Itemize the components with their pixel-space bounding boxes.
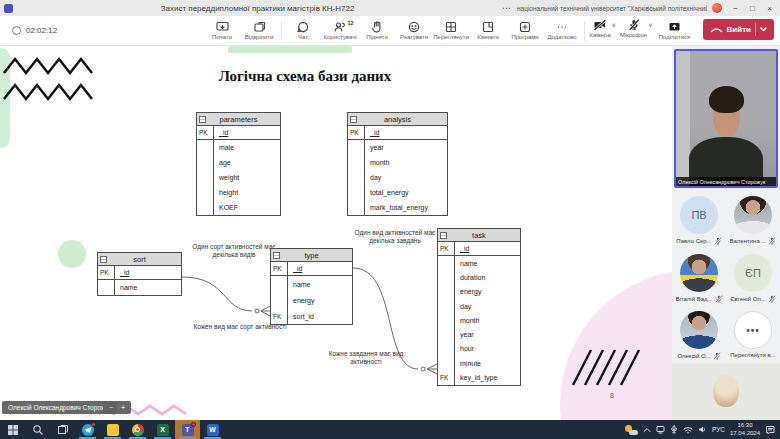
share-button[interactable]: Поділитися — [655, 19, 695, 42]
er-field-name: day — [365, 174, 381, 181]
view-grid-icon — [445, 21, 457, 33]
language-indicator[interactable]: РУС — [712, 426, 725, 433]
er-field-name: male — [214, 144, 234, 151]
volume-icon[interactable] — [698, 425, 707, 434]
er-key-cell: PK — [197, 126, 214, 139]
tray-mic-icon[interactable] — [670, 425, 678, 434]
er-field-name: name — [288, 281, 311, 288]
taskbar-app-word[interactable]: W — [200, 420, 225, 439]
more-button[interactable]: Додатково — [544, 19, 581, 42]
er-field-name: energy — [288, 297, 314, 304]
er-key-cell — [438, 313, 455, 327]
er-field-name: month — [455, 317, 479, 324]
camera-button[interactable]: Камера ∨ — [588, 19, 618, 38]
er-key-cell — [348, 200, 365, 215]
screen-share-start-icon — [216, 21, 229, 33]
er-field-row: year — [348, 140, 447, 155]
er-key-cell: PK — [438, 242, 455, 255]
titlebar-more-button[interactable]: ⋯ — [502, 3, 512, 13]
weather-icon[interactable] — [624, 424, 638, 436]
sticky-notes-icon — [107, 424, 119, 436]
avatar-initials: ЄП — [734, 254, 772, 292]
taskbar-app-chrome[interactable] — [125, 420, 150, 439]
system-tray: РУС 16:30 17.04.2024 — [624, 420, 780, 439]
er-field-name: height — [214, 189, 238, 196]
apps-button[interactable]: Програми — [507, 19, 544, 42]
rooms-button[interactable]: Кімнати — [470, 19, 507, 42]
participant-tile[interactable]: Валентина ... — [726, 196, 780, 254]
rooms-icon — [482, 21, 494, 33]
timer-value: 02:02:12 — [26, 26, 57, 35]
participant-tile[interactable]: ЄПЄвгеній Ол... — [726, 254, 780, 312]
taskbar-app-teams[interactable]: T — [175, 420, 200, 439]
er-key-cell — [197, 155, 214, 170]
mic-muted-icon — [714, 237, 722, 245]
er-field-name: day — [455, 303, 471, 310]
network-icon[interactable] — [683, 426, 693, 434]
mic-muted-icon — [768, 237, 776, 245]
face — [713, 375, 739, 407]
er-key-cell — [438, 285, 455, 299]
microphone-button[interactable]: Мікрофон ∨ — [618, 19, 655, 38]
presenter-name-pill: Олексій Олександрович Сторожук — [2, 401, 117, 414]
taskbar-app-start[interactable] — [0, 420, 25, 439]
avatar-initials: ПВ — [680, 196, 718, 234]
active-speaker-video[interactable]: Олексій Олександрович Сторожук — [674, 49, 778, 188]
leave-button[interactable]: Вийти — [703, 19, 774, 40]
view-button[interactable]: Переглянути — [433, 19, 470, 42]
org-name-label: національний технічний університет "Харк… — [517, 5, 707, 12]
account-avatar[interactable] — [712, 3, 722, 13]
er-field-row: PK_id — [197, 126, 280, 140]
er-key-cell — [348, 155, 365, 170]
unpin-button[interactable]: Відкріпити — [241, 19, 278, 42]
view-more-tile[interactable]: •••Переглянути в... — [726, 311, 780, 369]
zoom-in-button[interactable]: + — [121, 403, 126, 412]
participants-icon — [334, 21, 346, 33]
notification-center-icon[interactable] — [765, 424, 776, 435]
table-icon — [273, 252, 280, 259]
zoom-out-button[interactable]: − — [109, 403, 114, 412]
er-field-row: day — [348, 170, 447, 185]
er-field-row: name — [98, 280, 181, 295]
er-table-analysis: analysisPK_idyearmonthdaytotal_energymar… — [347, 112, 448, 216]
participant-tile[interactable]: Олексій О... — [672, 311, 726, 369]
taskbar-app-telegram[interactable] — [75, 420, 100, 439]
participants-grid: ПВПавло Сер...Валентина ...Віталій Вад..… — [672, 196, 780, 369]
meeting-toolbar: 02:02:12 Почати Відкріпити Чат 12 Корист… — [0, 16, 780, 46]
start-button[interactable]: Почати — [204, 19, 241, 42]
taskbar-app-notes[interactable] — [100, 420, 125, 439]
raise-hand-button[interactable]: Підняти — [359, 19, 396, 42]
er-key-cell — [348, 185, 365, 200]
microphone-chevron-icon[interactable]: ∨ — [648, 21, 652, 28]
participant-tile[interactable]: Віталій Вад... — [672, 254, 726, 312]
er-field-row: year — [438, 327, 520, 341]
er-field-name: weight — [214, 174, 239, 181]
close-button[interactable]: × — [761, 0, 778, 16]
participant-tile[interactable]: ПВПавло Сер... — [672, 196, 726, 254]
participant-video-tile[interactable] — [672, 363, 780, 420]
table-icon — [199, 116, 206, 123]
leave-chevron-icon[interactable] — [760, 27, 767, 32]
task-view-icon — [57, 424, 69, 436]
taskbar-clock[interactable]: 16:30 17.04.2024 — [730, 422, 760, 437]
er-key-cell — [348, 170, 365, 185]
react-button[interactable]: Реагувати — [396, 19, 433, 42]
participants-button[interactable]: 12 Користувачі — [322, 19, 359, 42]
avatar-photo — [680, 254, 718, 292]
er-key-cell: PK — [98, 266, 115, 279]
er-field-row: energy — [271, 292, 352, 308]
taskbar-app-excel[interactable]: X — [150, 420, 175, 439]
er-field-name: minute — [455, 360, 481, 367]
minimize-button[interactable]: − — [727, 0, 744, 16]
chat-button[interactable]: Чат — [285, 19, 322, 42]
teams-window: Захист переддипломної практики магістрів… — [0, 0, 780, 439]
display-icon[interactable] — [656, 425, 665, 434]
er-field-name: sort_id — [288, 313, 314, 320]
er-field-row: weight — [197, 170, 280, 185]
maximize-button[interactable]: □ — [744, 0, 761, 16]
tray-expand-icon[interactable] — [643, 427, 651, 433]
er-field-name: year — [365, 144, 384, 151]
taskbar-app-task-view[interactable] — [50, 420, 75, 439]
taskbar-app-search[interactable] — [25, 420, 50, 439]
camera-chevron-icon[interactable]: ∨ — [612, 21, 616, 28]
